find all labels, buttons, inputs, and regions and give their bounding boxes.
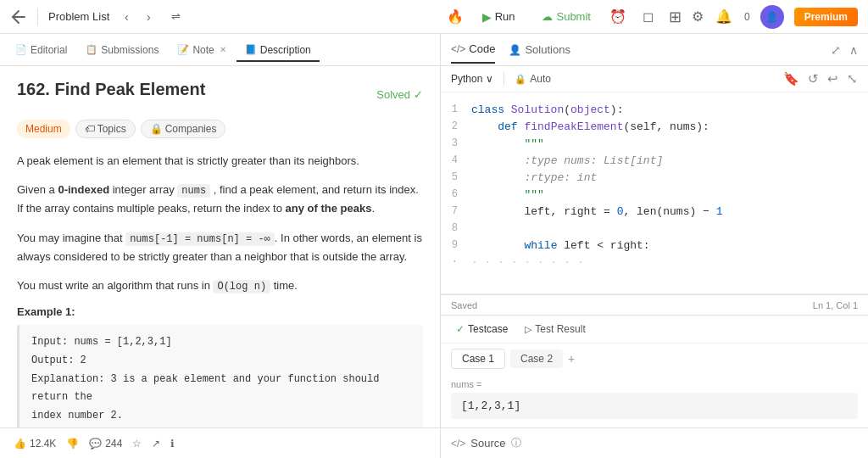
- line-content-1: class Solution(object):: [471, 103, 868, 116]
- line-num-2: 2: [441, 120, 471, 132]
- code-line-9: 9 while left < right:: [441, 238, 868, 255]
- note-close-icon[interactable]: ✕: [220, 45, 226, 54]
- code-editor[interactable]: 1 class Solution(object): 2 def findPeak…: [441, 92, 868, 294]
- avatar[interactable]: 👤: [760, 5, 784, 29]
- bookmark-icon: ☆: [132, 438, 142, 450]
- code-line-7: 7 left, right = 0, len(nums) − 1: [441, 204, 868, 221]
- editorial-icon: 📄: [15, 44, 27, 55]
- testcase-tabs: ✓ Testcase ▷ Test Result: [441, 316, 868, 344]
- code-toolbar: Python ∨ 🔒 Auto 🔖 ↺ ↩ ⤡: [441, 66, 868, 92]
- title-row: 162. Find Peak Element Solved ✓: [17, 80, 423, 109]
- case-tabs: Case 1 Case 2 +: [441, 344, 868, 374]
- problem-desc-1: A peak element is an element that is str…: [17, 152, 423, 170]
- submit-button[interactable]: ☁ Submit: [531, 7, 600, 26]
- line-num-7: 7: [441, 205, 471, 217]
- nav-logo[interactable]: [10, 8, 27, 25]
- description-icon: 📘: [245, 44, 257, 55]
- grid-icon[interactable]: ⊞: [669, 8, 682, 26]
- solutions-tab-label: Solutions: [525, 43, 570, 56]
- prev-button[interactable]: ‹: [116, 7, 136, 27]
- companies-tag[interactable]: 🔒 Companies: [141, 120, 226, 138]
- code-line-3: 3 """: [441, 137, 868, 154]
- line-content-4: :type nums: List[int]: [471, 154, 868, 167]
- expand-icon[interactable]: ⤢: [831, 43, 841, 57]
- premium-button[interactable]: Premium: [794, 8, 858, 26]
- tab-note[interactable]: 📝 Note ✕: [169, 39, 234, 61]
- terminal-icon: ▷: [525, 324, 531, 335]
- source-info-icon[interactable]: ⓘ: [511, 436, 521, 450]
- share-button[interactable]: ↗: [152, 438, 160, 450]
- lang-chevron-icon: ∨: [486, 73, 493, 85]
- thumbs-down-icon: 👎: [66, 438, 79, 450]
- line-num-10: ·: [441, 256, 471, 268]
- auto-select[interactable]: 🔒 Auto: [515, 73, 551, 85]
- dislike-button[interactable]: 👎: [66, 438, 79, 450]
- bell-count: 0: [744, 11, 750, 23]
- language-label: Python: [451, 73, 482, 85]
- tab-description[interactable]: 📘 Description: [236, 39, 320, 61]
- fire-icon: 🔥: [445, 7, 465, 27]
- line-num-9: 9: [441, 239, 471, 251]
- bell-icon[interactable]: 🔔: [714, 7, 734, 27]
- timer-icon[interactable]: ⏰: [608, 7, 628, 27]
- note-icon[interactable]: ◻: [638, 7, 659, 27]
- undo-icon[interactable]: ↩: [827, 71, 838, 87]
- tab-note-label: Note: [192, 44, 214, 56]
- comments-count: 244: [105, 438, 122, 450]
- difficulty-tag[interactable]: Medium: [17, 120, 70, 138]
- code-line-2: 2 def findPeakElement(self, nums):: [441, 120, 868, 137]
- problem-list-title: Problem List: [48, 10, 109, 23]
- input-value[interactable]: [1,2,3,1]: [451, 393, 858, 419]
- refresh-icon[interactable]: ↺: [808, 71, 819, 87]
- code-line-8: 8: [441, 221, 868, 238]
- case-2-tab[interactable]: Case 2: [510, 349, 563, 368]
- gear-icon[interactable]: ⚙: [692, 8, 704, 25]
- line-content-3: """: [471, 137, 868, 150]
- next-button[interactable]: ›: [138, 7, 159, 27]
- tab-description-label: Description: [260, 44, 311, 56]
- like-button[interactable]: 👍 12.4K: [14, 438, 56, 450]
- bookmark-toolbar-icon[interactable]: 🔖: [783, 71, 799, 87]
- tab-code[interactable]: </> Code: [451, 36, 495, 64]
- comment-button[interactable]: 💬 244: [89, 438, 122, 450]
- line-content-7: left, right = 0, len(nums) − 1: [471, 205, 868, 218]
- problem-desc-3: You may imagine that nums[-1] = nums[n] …: [17, 229, 423, 266]
- code-line-5: 5 :rtype: int: [441, 170, 868, 187]
- fullscreen-icon[interactable]: ⤡: [847, 71, 858, 87]
- code-tabs: </> Code 👤 Solutions ⤢ ∧: [441, 34, 868, 66]
- submissions-icon: 📋: [86, 44, 97, 55]
- bookmark-button[interactable]: ☆: [132, 438, 142, 450]
- testcase-tab[interactable]: ✓ Testcase: [451, 321, 513, 338]
- line-content-2: def findPeakElement(self, nums):: [471, 120, 868, 133]
- tab-solutions[interactable]: 👤 Solutions: [509, 36, 570, 63]
- input-label: nums =: [451, 379, 858, 389]
- cursor-position: Ln 1, Col 1: [813, 300, 858, 310]
- shuffle-button[interactable]: ⇌: [165, 7, 186, 27]
- language-select[interactable]: Python ∨: [451, 73, 493, 85]
- case-1-tab[interactable]: Case 1: [451, 349, 505, 369]
- info-button[interactable]: ℹ: [170, 438, 175, 450]
- tab-editorial[interactable]: 📄 Editorial: [7, 39, 75, 61]
- note-tab-icon: 📝: [177, 44, 189, 55]
- info-icon: ℹ: [170, 438, 175, 450]
- line-content-5: :rtype: int: [471, 171, 868, 184]
- thumbs-up-icon: 👍: [14, 438, 26, 450]
- saved-status: Saved: [451, 300, 477, 310]
- run-button[interactable]: ▶ Run: [472, 7, 526, 27]
- topics-tag[interactable]: 🏷 Topics: [75, 120, 136, 138]
- collapse-icon[interactable]: ∧: [849, 43, 858, 57]
- line-num-5: 5: [441, 171, 471, 183]
- main-content: 📄 Editorial 📋 Submissions 📝 Note ✕ 📘 Des…: [0, 34, 868, 458]
- toolbar-separator: [504, 72, 504, 86]
- nav-icons: ⏰ ◻ ⊞ ⚙ 🔔 0 👤 Premium: [608, 5, 858, 29]
- test-result-tab[interactable]: ▷ Test Result: [520, 321, 590, 338]
- source-code-icon: </>: [451, 438, 465, 450]
- add-case-button[interactable]: +: [568, 352, 575, 366]
- status-bar: Saved Ln 1, Col 1: [441, 294, 868, 315]
- line-num-1: 1: [441, 103, 471, 115]
- bottom-bar: 👍 12.4K 👎 💬 244 ☆ ↗ ℹ: [0, 427, 440, 458]
- example-1-output: Output: 2: [31, 352, 411, 371]
- source-label: Source: [470, 437, 505, 450]
- testcase-label: Testcase: [468, 323, 508, 335]
- tab-submissions[interactable]: 📋 Submissions: [77, 39, 167, 61]
